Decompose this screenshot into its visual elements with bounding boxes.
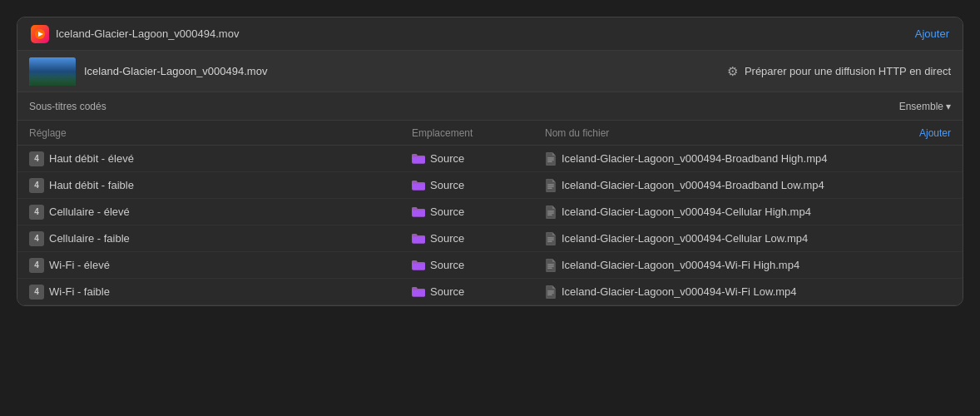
file-icon — [545, 152, 557, 166]
table-row[interactable]: 4 Wi-Fi - faible Source Iceland-Glacier-… — [17, 279, 963, 305]
setting-label: Cellulaire - faible — [49, 232, 130, 245]
svg-rect-9 — [547, 212, 553, 213]
location-label: Source — [430, 232, 464, 245]
add-top-button[interactable]: Ajouter — [915, 27, 949, 40]
table-body: 4 Haut débit - élevé Source Iceland-Glac… — [17, 146, 963, 305]
folder-icon — [412, 260, 425, 270]
cell-location: Source — [412, 206, 545, 218]
preset-badge: 4 — [29, 205, 44, 220]
svg-rect-10 — [547, 214, 552, 215]
cell-setting: 4 Wi-Fi - élevé — [29, 258, 412, 273]
location-label: Source — [430, 152, 464, 165]
svg-rect-16 — [547, 267, 552, 268]
preset-badge: 4 — [29, 178, 44, 193]
preset-badge: 4 — [29, 151, 44, 166]
chevron-down-icon: ▾ — [946, 101, 951, 112]
cell-setting: 4 Haut débit - faible — [29, 178, 412, 193]
file-icon — [545, 206, 557, 219]
app-icon — [31, 25, 49, 43]
file-info-left: Iceland-Glacier-Lagoon_v000494.mov — [29, 57, 267, 86]
col-setting-header: Réglage — [29, 127, 412, 139]
http-label[interactable]: Préparer pour une diffusion HTTP en dire… — [745, 65, 951, 77]
preset-badge: 4 — [29, 285, 44, 300]
file-icon — [545, 179, 557, 192]
col-location-header: Emplacement — [412, 127, 545, 139]
file-info-bar: Iceland-Glacier-Lagoon_v000494.mov ⚙ Pré… — [17, 51, 963, 92]
cell-filename: Iceland-Glacier-Lagoon_v000494-Cellular … — [545, 206, 951, 219]
ensemble-dropdown[interactable]: Ensemble ▾ — [899, 101, 951, 112]
add-row-button[interactable]: Ajouter — [919, 127, 951, 139]
cell-filename: Iceland-Glacier-Lagoon_v000494-Broadband… — [545, 179, 951, 192]
svg-rect-3 — [547, 159, 553, 160]
table-row[interactable]: 4 Wi-Fi - élevé Source Iceland-Glacier-L… — [17, 252, 963, 279]
svg-rect-13 — [547, 240, 552, 241]
svg-rect-7 — [547, 187, 552, 188]
filename-label: Iceland-Glacier-Lagoon_v000494-Wi-Fi Low… — [562, 285, 797, 298]
folder-icon — [412, 286, 425, 297]
location-label: Source — [430, 285, 464, 298]
window-title: Iceland-Glacier-Lagoon_v000494.mov — [56, 27, 239, 40]
table-row[interactable]: 4 Haut débit - élevé Source Iceland-Glac… — [17, 146, 963, 172]
svg-rect-6 — [547, 186, 553, 186]
title-bar: Iceland-Glacier-Lagoon_v000494.mov Ajout… — [17, 17, 963, 51]
cell-setting: 4 Wi-Fi - faible — [29, 285, 412, 300]
filename-label: Iceland-Glacier-Lagoon_v000494-Cellular … — [562, 232, 808, 245]
svg-rect-15 — [547, 265, 553, 266]
filename-label: Iceland-Glacier-Lagoon_v000494-Cellular … — [562, 206, 811, 218]
filename-label: Iceland-Glacier-Lagoon_v000494-Broadband… — [562, 179, 824, 191]
location-label: Source — [430, 206, 464, 218]
file-icon — [545, 232, 557, 245]
cell-filename: Iceland-Glacier-Lagoon_v000494-Cellular … — [545, 232, 951, 245]
file-name: Iceland-Glacier-Lagoon_v000494.mov — [84, 65, 267, 77]
svg-rect-8 — [547, 210, 553, 211]
svg-rect-19 — [547, 294, 552, 295]
svg-rect-11 — [547, 237, 553, 238]
cell-filename: Iceland-Glacier-Lagoon_v000494-Wi-Fi Low… — [545, 285, 951, 299]
filename-label: Iceland-Glacier-Lagoon_v000494-Broadband… — [562, 152, 827, 165]
subtitles-bar: Sous-titres codés Ensemble ▾ — [17, 92, 963, 121]
cell-location: Source — [412, 179, 545, 191]
setting-label: Haut débit - faible — [49, 179, 134, 191]
table-row[interactable]: 4 Cellulaire - élevé Source Iceland-Glac… — [17, 199, 963, 225]
cell-location: Source — [412, 259, 545, 271]
file-icon — [545, 259, 557, 272]
main-window: Iceland-Glacier-Lagoon_v000494.mov Ajout… — [17, 17, 963, 306]
cell-filename: Iceland-Glacier-Lagoon_v000494-Wi-Fi Hig… — [545, 259, 951, 272]
svg-rect-17 — [547, 290, 553, 291]
cell-location: Source — [412, 152, 545, 165]
ensemble-label: Ensemble — [899, 101, 943, 112]
file-info-right: ⚙ Préparer pour une diffusion HTTP en di… — [727, 64, 951, 79]
folder-icon — [412, 153, 425, 164]
svg-rect-4 — [547, 161, 552, 161]
svg-rect-5 — [547, 184, 553, 185]
setting-label: Wi-Fi - faible — [49, 285, 110, 298]
col-filename-header: Nom du fichier — [545, 127, 919, 139]
cell-location: Source — [412, 285, 545, 298]
preset-badge: 4 — [29, 258, 44, 273]
location-label: Source — [430, 259, 464, 271]
thumbnail — [29, 57, 76, 86]
setting-label: Haut débit - élevé — [49, 152, 134, 165]
gear-icon[interactable]: ⚙ — [727, 64, 738, 79]
cell-filename: Iceland-Glacier-Lagoon_v000494-Broadband… — [545, 152, 951, 166]
filename-label: Iceland-Glacier-Lagoon_v000494-Wi-Fi Hig… — [562, 259, 799, 271]
preset-badge: 4 — [29, 231, 44, 246]
setting-label: Cellulaire - élevé — [49, 206, 130, 218]
cell-setting: 4 Haut débit - élevé — [29, 151, 412, 166]
svg-rect-2 — [547, 157, 553, 158]
cell-setting: 4 Cellulaire - faible — [29, 231, 412, 246]
cell-location: Source — [412, 232, 545, 245]
folder-icon — [412, 206, 425, 217]
setting-label: Wi-Fi - élevé — [49, 259, 110, 271]
subtitles-label: Sous-titres codés — [29, 101, 106, 112]
location-label: Source — [430, 179, 464, 191]
table-row[interactable]: 4 Haut débit - faible Source Iceland-Gla… — [17, 172, 963, 199]
title-bar-left: Iceland-Glacier-Lagoon_v000494.mov — [31, 25, 239, 43]
folder-icon — [412, 233, 425, 244]
table-header: Réglage Emplacement Nom du fichier Ajout… — [17, 121, 963, 146]
svg-rect-18 — [547, 292, 553, 293]
table-row[interactable]: 4 Cellulaire - faible Source Iceland-Gla… — [17, 225, 963, 252]
svg-rect-14 — [547, 264, 553, 265]
file-icon — [545, 285, 557, 299]
folder-icon — [412, 180, 425, 191]
